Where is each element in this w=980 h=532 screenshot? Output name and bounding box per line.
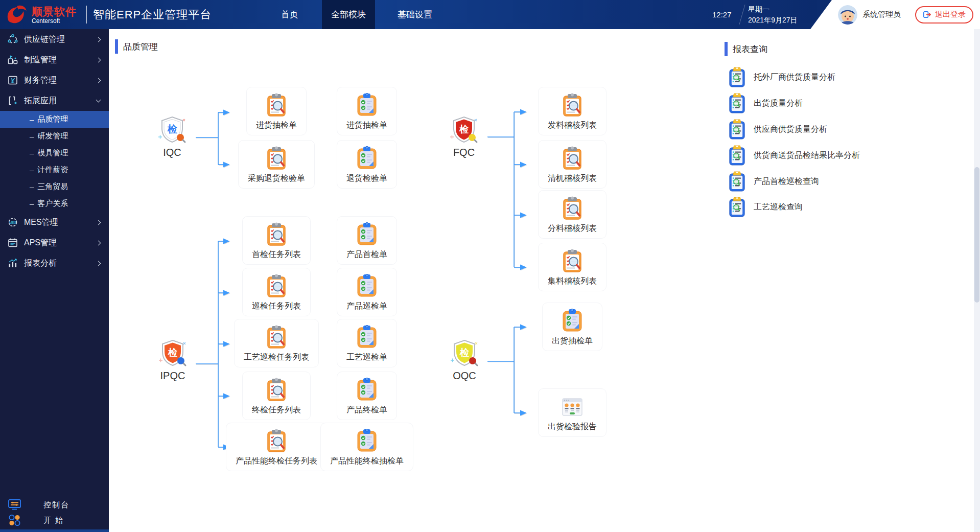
logo-title: 顺景软件 bbox=[32, 6, 77, 17]
chevron-right-icon bbox=[96, 57, 101, 62]
sidebar-subitem-label: 研发管理 bbox=[37, 131, 68, 141]
report-window-icon bbox=[560, 395, 585, 419]
scrollbar-thumb[interactable] bbox=[974, 167, 979, 303]
clipboard-inspect-icon bbox=[264, 325, 289, 350]
flow-item-fqc-0[interactable]: 发料稽核列表 bbox=[538, 87, 606, 135]
flow-item-ipqc-doc-4[interactable]: 产品性能终检抽检单 bbox=[320, 423, 413, 471]
subitem-bullet: – bbox=[30, 182, 34, 191]
iqc-shield-icon: 检 bbox=[157, 114, 187, 144]
flow-item-iqc-doc-1[interactable]: 退货检验单 bbox=[337, 140, 397, 189]
report-item-0[interactable]: 托外厂商供货质量分析 bbox=[728, 66, 835, 88]
report-item-2[interactable]: 供应商供货质量分析 bbox=[728, 118, 827, 141]
report-query-icon bbox=[728, 67, 746, 88]
logout-button[interactable]: 退出登录 bbox=[915, 6, 973, 24]
sidebar-item-mes[interactable]: MES MES管理 bbox=[0, 212, 109, 233]
sidebar-item-manufacturing[interactable]: 制造管理 bbox=[0, 50, 109, 70]
sidebar-subitem-piece-wage[interactable]: – 计件薪资 bbox=[0, 161, 109, 178]
logo: 顺景软件 Centersoft bbox=[4, 3, 77, 27]
app-title: 智能ERP企业管理平台 bbox=[93, 0, 212, 29]
weekday: 星期一 bbox=[748, 4, 798, 15]
flow-item-ipqc-task-0[interactable]: 首检任务列表 bbox=[242, 216, 311, 265]
clipboard-inspect-icon bbox=[560, 249, 585, 273]
report-analysis-icon bbox=[7, 258, 18, 269]
flow-item-iqc-task-1[interactable]: 采购退货检验单 bbox=[238, 140, 315, 189]
flow-item-ipqc-doc-0[interactable]: 产品首检单 bbox=[337, 216, 397, 265]
sidebar-item-supply-chain[interactable]: 供应链管理 bbox=[0, 29, 109, 50]
sidebar-item-finance[interactable]: 财务管理 bbox=[0, 70, 109, 90]
svg-text:检: 检 bbox=[167, 124, 178, 134]
flow-node-oqc[interactable]: 检 OQC bbox=[450, 338, 479, 382]
report-query-icon bbox=[728, 93, 746, 114]
flow-item-ipqc-doc-2[interactable]: 工艺巡检单 bbox=[337, 319, 397, 367]
clipboard-inspect-icon bbox=[264, 146, 289, 171]
console-label: 控制台 bbox=[43, 500, 69, 510]
flow-item-iqc-task-0[interactable]: 进货抽检单 bbox=[246, 87, 307, 135]
logo-subtitle: Centersoft bbox=[32, 17, 77, 25]
flow-node-iqc[interactable]: 检 IQC bbox=[157, 114, 187, 158]
subitem-bullet: – bbox=[30, 199, 34, 208]
flow-item-ipqc-task-3[interactable]: 终检任务列表 bbox=[242, 372, 311, 420]
user-area: 系统管理员 退出登录 bbox=[810, 0, 980, 29]
sidebar-item-aps[interactable]: APS管理 bbox=[0, 233, 109, 253]
flow-node-label: FQC bbox=[453, 147, 475, 158]
sidebar-item-label: 拓展应用 bbox=[24, 96, 57, 106]
flow-node-ipqc[interactable]: 检 IPQC bbox=[158, 338, 188, 382]
flow-node-fqc[interactable]: 检 FQC bbox=[449, 114, 479, 158]
chevron-right-icon bbox=[96, 261, 101, 266]
flow-node-label: IPQC bbox=[160, 370, 185, 382]
sidebar-subitem-rnd[interactable]: – 研发管理 bbox=[0, 128, 109, 145]
sidebar-item-extended-apps[interactable]: 拓展应用 bbox=[0, 90, 109, 111]
logo-icon bbox=[4, 3, 28, 27]
report-item-3[interactable]: 供货商送货品检结果比率分析 bbox=[728, 144, 860, 167]
report-query-icon bbox=[728, 171, 746, 192]
flow-item-ipqc-task-1[interactable]: 巡检任务列表 bbox=[242, 268, 311, 316]
flow-item-fqc-3[interactable]: 集料稽核列表 bbox=[538, 243, 606, 291]
clipboard-inspect-icon bbox=[264, 378, 289, 402]
logo-divider bbox=[86, 6, 87, 24]
erp-app: 顺景软件 Centersoft 智能ERP企业管理平台 首页 全部模块 基础设置… bbox=[0, 0, 980, 532]
sidebar-item-label: APS管理 bbox=[24, 238, 57, 248]
aps-icon bbox=[7, 237, 18, 248]
logout-label: 退出登录 bbox=[935, 10, 966, 19]
clipboard-inspect-icon bbox=[264, 93, 289, 118]
flow-item-iqc-doc-0[interactable]: 进货抽检单 bbox=[337, 87, 397, 135]
username: 系统管理员 bbox=[862, 10, 901, 19]
nav-tab-basic-settings[interactable]: 基础设置 bbox=[388, 0, 441, 29]
svg-text:检: 检 bbox=[459, 348, 470, 358]
finance-icon bbox=[7, 75, 18, 86]
flow-item-ipqc-task-2[interactable]: 工艺巡检任务列表 bbox=[234, 319, 319, 367]
flow-item-ipqc-doc-3[interactable]: 产品终检单 bbox=[337, 372, 397, 420]
clock: 12:27 bbox=[712, 0, 732, 29]
report-item-5[interactable]: 工艺巡检查询 bbox=[728, 196, 803, 218]
sidebar-subitem-label: 品质管理 bbox=[37, 114, 68, 124]
nav-tab-home[interactable]: 首页 bbox=[263, 0, 316, 29]
sidebar-subitem-triangle-trade[interactable]: – 三角贸易 bbox=[0, 178, 109, 195]
mes-icon: MES bbox=[7, 217, 18, 228]
flow-item-oqc-0[interactable]: 出货抽检单 bbox=[542, 303, 602, 351]
vertical-scrollbar[interactable] bbox=[974, 29, 980, 532]
flow-item-fqc-1[interactable]: 清机稽核列表 bbox=[538, 140, 606, 189]
report-query-icon bbox=[728, 119, 746, 140]
sidebar-subitem-mold[interactable]: – 模具管理 bbox=[0, 145, 109, 161]
logout-icon bbox=[923, 10, 931, 19]
nav-tab-all-modules[interactable]: 全部模块 bbox=[322, 0, 375, 29]
avatar[interactable] bbox=[838, 5, 857, 25]
supply-chain-icon bbox=[7, 34, 18, 45]
sidebar-item-report-analysis[interactable]: 报表分析 bbox=[0, 253, 109, 273]
sidebar-subitem-crm[interactable]: – 客户关系 bbox=[0, 195, 109, 212]
svg-text:检: 检 bbox=[459, 124, 469, 134]
sidebar-footer: 控制台 开 始 bbox=[0, 497, 109, 528]
start-button[interactable]: 开 始 bbox=[0, 513, 109, 528]
extended-apps-icon bbox=[7, 95, 18, 106]
sidebar-item-label: MES管理 bbox=[24, 217, 58, 228]
report-item-1[interactable]: 出货质量分析 bbox=[728, 92, 803, 114]
report-item-4[interactable]: 产品首检巡检查询 bbox=[728, 170, 819, 193]
sidebar-subitem-quality[interactable]: – 品质管理 bbox=[0, 111, 109, 128]
oqc-shield-icon: 检 bbox=[450, 338, 479, 367]
chevron-down-icon bbox=[96, 98, 101, 103]
flow-item-oqc-1[interactable]: 出货检验报告 bbox=[538, 388, 606, 437]
console-button[interactable]: 控制台 bbox=[0, 497, 109, 513]
flow-item-fqc-2[interactable]: 分料稽核列表 bbox=[538, 190, 606, 239]
flow-item-ipqc-doc-1[interactable]: 产品巡检单 bbox=[337, 268, 397, 316]
flow-item-ipqc-task-4[interactable]: 产品性能终检任务列表 bbox=[226, 423, 327, 471]
